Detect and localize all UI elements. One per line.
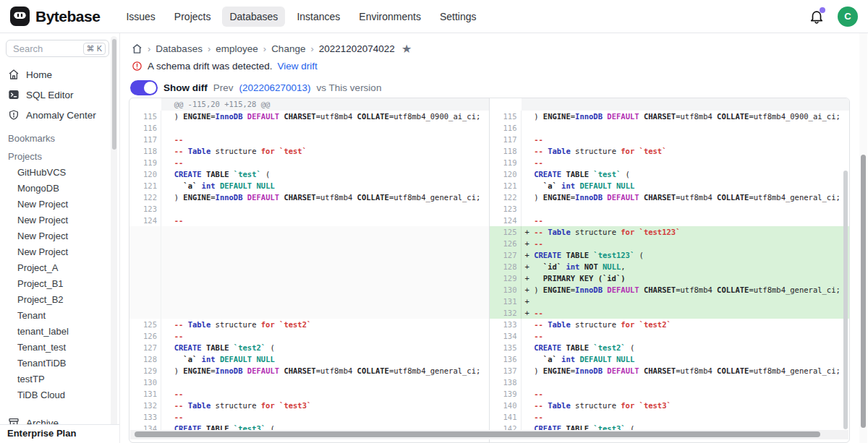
nav-item-environments[interactable]: Environments: [352, 7, 428, 27]
diff-hunk-header: [490, 98, 850, 111]
line-number: 132: [129, 400, 161, 411]
sidebar-project-tenant[interactable]: Tenant: [0, 308, 119, 324]
line-code: --: [161, 330, 489, 342]
diff-added-line: 131+: [490, 296, 850, 307]
line-code: --: [161, 388, 489, 400]
diff-added-line: 127+ CREATE TABLE `test123` (: [490, 249, 850, 261]
line-number: 119: [129, 157, 161, 168]
diff-context-line: 119 --: [490, 157, 850, 168]
line-number: 131: [129, 388, 161, 400]
line-number: [129, 296, 161, 307]
nav-item-projects[interactable]: Projects: [167, 7, 218, 27]
line-code: --: [522, 134, 850, 145]
diff-hscrollbar-thumb[interactable]: [135, 431, 820, 437]
show-diff-toggle[interactable]: [130, 80, 158, 95]
page-scrollbar-thumb[interactable]: [861, 155, 866, 428]
search-shortcut: ⌘ K: [83, 43, 106, 55]
sidebar-project-project_b2[interactable]: Project_B2: [0, 292, 119, 308]
sidebar-project-tidb-cloud[interactable]: TiDB Cloud: [0, 387, 119, 403]
diff-context-line: 133 -- Table structure for `test2`: [490, 319, 850, 330]
sidebar-scrollbar-thumb[interactable]: [112, 39, 116, 150]
line-number: 127: [490, 249, 522, 261]
breadcrumb-item-change[interactable]: Change: [271, 43, 305, 54]
line-number: 125: [129, 319, 161, 330]
sidebar-project-new-project[interactable]: New Project: [0, 228, 119, 244]
sidebar-project-tenant_label[interactable]: tenant_label: [0, 324, 119, 340]
diff-added-line: 130+ ) ENGINE=InnoDB DEFAULT CHARSET=utf…: [490, 284, 850, 296]
line-number: 115: [129, 111, 161, 122]
avatar[interactable]: C: [838, 7, 858, 27]
diff-context-line: 124 --: [490, 215, 850, 226]
line-code: `a` int DEFAULT NULL: [161, 180, 489, 192]
diff-context-line: 124 --: [129, 215, 489, 226]
sidebar-item-home[interactable]: Home: [0, 64, 119, 85]
line-number: [129, 238, 161, 249]
sidebar-project-new-project[interactable]: New Project: [0, 244, 119, 260]
line-number: 117: [490, 134, 522, 145]
sidebar-section-projects: Projects: [0, 151, 119, 165]
sidebar-project-mongodb[interactable]: MongoDB: [0, 181, 119, 197]
notification-bell-icon[interactable]: [809, 9, 825, 25]
line-number: 124: [490, 215, 522, 226]
line-code: +: [522, 296, 850, 307]
diff-vscrollbar-thumb[interactable]: [843, 171, 848, 429]
bytebase-logo[interactable]: Bytebase: [10, 7, 100, 26]
diff-context-line: 128 `a` int DEFAULT NULL: [129, 353, 489, 365]
line-code: + --: [522, 238, 850, 249]
breadcrumb-item-20221202074022[interactable]: 20221202074022: [319, 43, 395, 54]
line-code: + CREATE TABLE `test123` (: [522, 249, 850, 261]
home-icon[interactable]: [132, 43, 142, 54]
line-number: [490, 98, 522, 111]
sidebar-project-githubvcs[interactable]: GitHubVCS: [0, 165, 119, 181]
line-code: --: [161, 157, 489, 168]
bookmark-star-icon[interactable]: ★: [401, 44, 412, 54]
sidebar-project-new-project[interactable]: New Project: [0, 212, 119, 228]
breadcrumb: ›Databases›employee›Change›2022120207402…: [120, 33, 868, 54]
nav-item-instances[interactable]: Instances: [289, 7, 347, 27]
line-number: [129, 272, 161, 284]
line-code: [161, 296, 489, 307]
main-content: ›Databases›employee›Change›2022120207402…: [120, 33, 868, 443]
line-number: 116: [129, 122, 161, 134]
nav-right: C: [809, 7, 858, 27]
line-code: --: [161, 134, 489, 145]
sidebar-project-tenanttidb[interactable]: TenantTiDB: [0, 356, 119, 371]
sidebar-project-project_b1[interactable]: Project_B1: [0, 276, 119, 292]
line-number: 129: [490, 272, 522, 284]
diff-filler-line: [129, 261, 489, 272]
sidebar-project-new-project[interactable]: New Project: [0, 197, 119, 212]
breadcrumb-separator: ›: [208, 43, 210, 54]
line-code: `a` int DEFAULT NULL: [161, 353, 489, 365]
nav-item-issues[interactable]: Issues: [119, 7, 162, 27]
prev-label: Prev: [213, 82, 234, 93]
line-code: [161, 284, 489, 296]
sidebar-project-testtp[interactable]: testTP: [0, 371, 119, 387]
sidebar-project-project_a[interactable]: Project_A: [0, 260, 119, 276]
breadcrumb-item-employee[interactable]: employee: [216, 43, 258, 54]
line-code: --: [522, 388, 850, 400]
sidebar-item-sql-editor[interactable]: SQL Editor: [0, 85, 119, 105]
view-drift-link[interactable]: View drift: [278, 61, 318, 72]
diff-context-line: 134 --: [490, 330, 850, 342]
prev-version-link[interactable]: (202206270013): [239, 82, 311, 93]
nav-item-settings[interactable]: Settings: [433, 7, 484, 27]
breadcrumb-item-databases[interactable]: Databases: [156, 43, 203, 54]
line-code: ) ENGINE=InnoDB DEFAULT CHARSET=utf8mb4 …: [161, 365, 489, 377]
search-input[interactable]: Search ⌘ K: [6, 40, 109, 57]
line-code: --: [522, 215, 850, 226]
sidebar-item-anomaly-center[interactable]: Anomaly Center: [0, 105, 119, 125]
diff-context-line: 141 --: [490, 411, 850, 423]
diff-filler-line: [129, 307, 489, 319]
sidebar-project-tenant_test[interactable]: Tenant_test: [0, 340, 119, 356]
line-code: `a` int DEFAULT NULL: [522, 180, 850, 192]
line-code: [161, 272, 489, 284]
nav-item-databases[interactable]: Databases: [222, 7, 285, 27]
diff-context-line: 118 -- Table structure for `test`: [129, 145, 489, 157]
sidebar: Search ⌘ K HomeSQL EditorAnomaly Center …: [0, 33, 120, 443]
line-code: + `id` int NOT NULL,: [522, 261, 850, 272]
line-number: 129: [129, 365, 161, 377]
diff-added-line: 132+ --: [490, 307, 850, 319]
line-number: 117: [129, 134, 161, 145]
search-placeholder: Search: [13, 43, 83, 54]
line-number: 137: [490, 365, 522, 377]
